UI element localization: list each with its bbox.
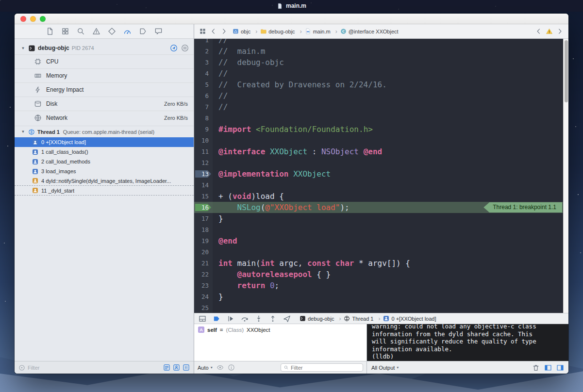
- code-line[interactable]: 12: [194, 157, 568, 168]
- code-line[interactable]: 4//: [194, 68, 568, 79]
- continue-icon[interactable]: [227, 315, 234, 323]
- stack-frame-row[interactable]: 4 dyld::notifySingle(dyld_image_states, …: [15, 176, 194, 186]
- stack-frame-row[interactable]: 11 _dyld_start: [15, 186, 194, 196]
- code-line[interactable]: 17}: [194, 213, 568, 224]
- breakpoint-navigator-icon[interactable]: [139, 27, 147, 35]
- code-line[interactable]: 19@end: [194, 235, 568, 246]
- line-number-gutter[interactable]: 13: [194, 168, 213, 180]
- line-number-gutter[interactable]: 5: [194, 79, 213, 90]
- code-line[interactable]: 5// Created by Draveness on 2/24/16.: [194, 79, 568, 90]
- debug-navigator-icon[interactable]: [123, 27, 132, 35]
- stack-frames-filter-icon[interactable]: [163, 364, 170, 371]
- line-number-gutter[interactable]: 17: [194, 213, 213, 224]
- code-line[interactable]: 11@interface XXObject : NSObject @end: [194, 146, 568, 157]
- info-icon[interactable]: [228, 364, 235, 371]
- related-items-icon[interactable]: [199, 28, 206, 35]
- line-number-gutter[interactable]: 12: [194, 157, 213, 168]
- paused-frames-filter-icon[interactable]: [183, 364, 190, 371]
- variables-filter-input[interactable]: [291, 365, 360, 371]
- code-line[interactable]: 14: [194, 180, 568, 191]
- stack-frame-row[interactable]: 1 call_class_loads(): [15, 147, 194, 157]
- frame-depth-icon[interactable]: [181, 44, 189, 52]
- hide-debug-area-icon[interactable]: [199, 315, 206, 323]
- user-frames-filter-icon[interactable]: [173, 364, 180, 371]
- editor-scrollbar[interactable]: [563, 39, 568, 313]
- line-number-gutter[interactable]: 21: [194, 258, 213, 269]
- line-number-gutter[interactable]: 23: [194, 280, 213, 291]
- code-line[interactable]: 20: [194, 246, 568, 258]
- line-number-gutter[interactable]: 2: [194, 46, 213, 57]
- code-line[interactable]: 2// main.m: [194, 46, 568, 57]
- variables-filter-field[interactable]: [281, 363, 363, 372]
- code-line[interactable]: 7//: [194, 101, 568, 113]
- stack-frame-row[interactable]: 0 +[XXObject load]: [15, 137, 194, 147]
- symbol-navigator-icon[interactable]: [61, 27, 69, 35]
- code-line[interactable]: 1//: [194, 39, 568, 46]
- code-line[interactable]: 8: [194, 113, 568, 124]
- breadcrumb-item-main-m[interactable]: mmain.m: [305, 28, 340, 35]
- quicklook-eye-icon[interactable]: [217, 364, 224, 371]
- next-issue-icon[interactable]: [556, 28, 564, 35]
- line-number-gutter[interactable]: 9: [194, 124, 213, 135]
- issue-navigator-icon[interactable]: [92, 27, 100, 35]
- find-navigator-icon[interactable]: [77, 27, 85, 35]
- gauge-row-network[interactable]: NetworkZero KB/s: [15, 111, 194, 125]
- show-variables-pane-icon[interactable]: [544, 364, 552, 372]
- line-number-gutter[interactable]: 3: [194, 57, 213, 68]
- code-line[interactable]: 24}: [194, 291, 568, 302]
- source-editor[interactable]: 1//2// main.m3// debug-objc4//5// Create…: [194, 39, 568, 313]
- minimize-button[interactable]: [30, 16, 36, 22]
- gauge-row-energy-impact[interactable]: Energy Impact: [15, 82, 194, 97]
- gauge-row-disk[interactable]: DiskZero KB/s: [15, 97, 194, 111]
- line-number-gutter[interactable]: 19: [194, 235, 213, 246]
- console-output-dropdown[interactable]: All Output ▾: [371, 365, 399, 371]
- show-console-pane-icon[interactable]: [556, 364, 564, 372]
- line-number-gutter[interactable]: 6: [194, 90, 213, 101]
- line-number-gutter[interactable]: 25: [194, 302, 213, 313]
- line-number-gutter[interactable]: 10: [194, 135, 213, 146]
- back-chevron-icon[interactable]: [210, 28, 217, 35]
- window-titlebar[interactable]: [15, 14, 568, 24]
- line-number-gutter[interactable]: 18: [194, 224, 213, 235]
- variables-view[interactable]: Aself=(Class)XXObject: [194, 324, 367, 361]
- code-line[interactable]: 22 @autoreleasepool { }: [194, 269, 568, 280]
- variables-scope-dropdown[interactable]: Auto ▾: [198, 365, 213, 371]
- line-number-gutter[interactable]: 15: [194, 191, 213, 202]
- code-line[interactable]: 18: [194, 224, 568, 235]
- breadcrumb-item-thread-1[interactable]: Thread 1: [344, 315, 383, 322]
- breadcrumb-item-debug-objc[interactable]: debug-objc: [260, 28, 304, 35]
- breakpoints-toggle-icon[interactable]: [213, 315, 220, 323]
- line-number-gutter[interactable]: 20: [194, 246, 213, 258]
- code-line[interactable]: 23 return 0;: [194, 280, 568, 291]
- code-line[interactable]: 6//: [194, 90, 568, 101]
- disclosure-triangle-icon[interactable]: ▼: [20, 46, 26, 50]
- code-line[interactable]: 16 NSLog(@"XXObject load");Thread 1: bre…: [194, 202, 568, 213]
- line-number-gutter[interactable]: 11: [194, 146, 213, 157]
- filter-scope-icon[interactable]: [18, 364, 25, 371]
- thread-row[interactable]: ▼ Thread 1 Queue: com.apple.main-thread …: [15, 126, 194, 137]
- previous-issue-icon[interactable]: [535, 28, 542, 35]
- code-line[interactable]: 9#import <Foundation/Foundation.h>: [194, 124, 568, 135]
- profile-indicator-icon[interactable]: [170, 44, 178, 52]
- warning-icon[interactable]: [546, 28, 553, 35]
- breadcrumb-item-debug-objc[interactable]: debug-objc: [300, 315, 344, 322]
- step-into-icon[interactable]: [255, 315, 263, 323]
- console-output[interactable]: warning: could not load any objective-c …: [367, 324, 568, 361]
- gauge-row-memory[interactable]: Memory: [15, 68, 194, 82]
- trash-icon[interactable]: [532, 364, 540, 372]
- step-over-icon[interactable]: [241, 315, 249, 323]
- process-row[interactable]: ▼ debug-objc PID 2674: [15, 42, 194, 54]
- project-navigator-icon[interactable]: [46, 27, 54, 35]
- gauge-row-cpu[interactable]: CPU: [15, 54, 194, 68]
- line-number-gutter[interactable]: 7: [194, 101, 213, 113]
- code-line[interactable]: 21int main(int argc, const char * argv[]…: [194, 258, 568, 269]
- line-number-gutter[interactable]: 1: [194, 39, 213, 46]
- sidebar-filter-input[interactable]: [28, 365, 86, 371]
- breadcrumb-item-interface-xxobject[interactable]: C@interface XXObject: [340, 28, 399, 34]
- zoom-button[interactable]: [40, 16, 46, 22]
- code-line[interactable]: 10: [194, 135, 568, 146]
- disclosure-triangle-icon[interactable]: ▼: [20, 130, 26, 134]
- line-number-gutter[interactable]: 8: [194, 113, 213, 124]
- code-line[interactable]: 13@implementation XXObject: [194, 168, 568, 180]
- simulate-location-icon[interactable]: [283, 315, 291, 323]
